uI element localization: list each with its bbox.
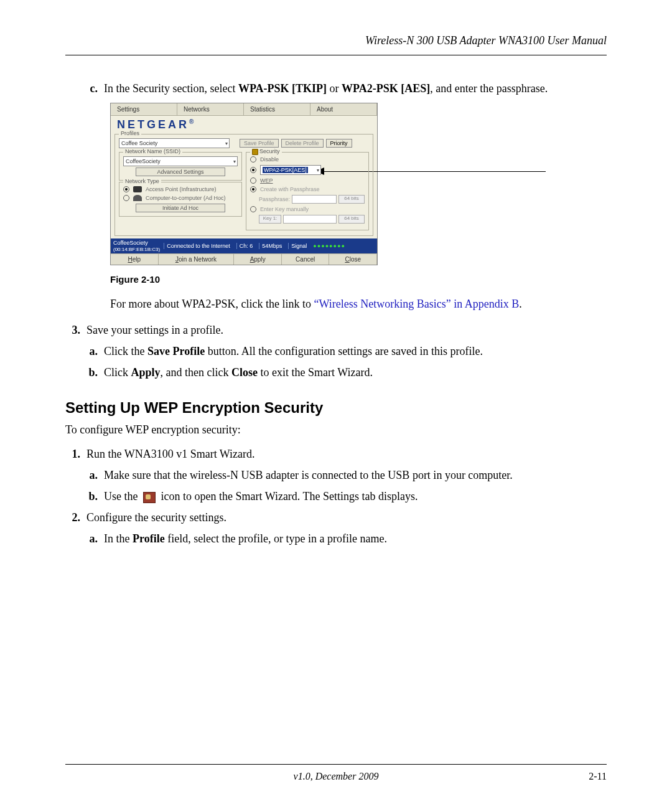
tab-about[interactable]: About [310, 103, 377, 115]
step-3b-body: Click Apply, and then click Close to exi… [104, 364, 607, 380]
ssid-group: Network Name (SSID) CoffeeSociety Advanc… [119, 152, 242, 181]
antenna-icon [133, 186, 142, 192]
profile-term: Profile [133, 532, 165, 545]
wep-intro: To configure WEP encryption security: [65, 422, 607, 438]
status-signal-label: Signal [288, 243, 309, 249]
status-channel: Ch: 6 [236, 243, 256, 249]
status-rate: 54Mbps [259, 243, 284, 249]
wep-step-1b: b. Use the icon to open the Smart Wizard… [80, 488, 607, 504]
marker-w1a: a. [80, 467, 104, 483]
wep-step-1a: a. Make sure that the wireless-N USB ada… [80, 467, 607, 483]
radio-enter-key[interactable]: Enter Key manually [250, 206, 365, 212]
radio-icon [123, 186, 129, 192]
help-button[interactable]: Help [111, 254, 159, 265]
step-c: c. In the Security section, select WPA-P… [80, 80, 607, 97]
radio-icon [250, 206, 256, 212]
key-input[interactable] [283, 215, 337, 224]
marker-w1: 1. [65, 446, 86, 462]
step-c-mid: or [327, 82, 342, 95]
wep-step-2: 2. Configure the security settings. [65, 509, 607, 526]
step-c-pre: In the Security section, select [104, 82, 238, 95]
security-label: Security [250, 148, 282, 155]
wpa-psk-tkip: WPA-PSK [TKIP] [238, 82, 327, 95]
marker-3: 3. [65, 322, 86, 338]
figure-caption: Figure 2-10 [110, 274, 607, 285]
footer-page: 2-11 [569, 771, 607, 782]
marker-w2a: a. [80, 531, 104, 547]
wep-step-1: 1. Run the WNA3100 v1 Smart Wizard. [65, 446, 607, 462]
step-3b: b. Click Apply, and then click Close to … [80, 364, 607, 380]
radio-disable[interactable]: Disable [250, 156, 365, 163]
radio-create-passphrase[interactable]: Create with Passphrase [250, 186, 365, 192]
step-3a-body: Click the Save Profile button. All the c… [104, 343, 607, 359]
marker-w1b: b. [80, 488, 104, 504]
initiate-adhoc-button[interactable]: Initiate Ad Hoc [136, 204, 225, 212]
wep-step-1a-text: Make sure that the wireless-N USB adapte… [104, 467, 607, 483]
appendix-b-link[interactable]: “Wireless Networking Basics” in Appendix… [314, 298, 520, 310]
close-button[interactable]: Close [329, 254, 377, 265]
step-3: 3. Save your settings in a profile. [65, 322, 607, 338]
wep-step-2-text: Configure the security settings. [86, 509, 607, 526]
more-info-pre: For more about WPA2-PSK, click the link … [110, 298, 314, 310]
security-mode-dropdown[interactable]: WPA2-PSK[AES] [260, 165, 321, 175]
apply-button[interactable]: Apply [234, 254, 282, 265]
status-network-name: CoffeeSociety (00:14:BF:EB:1B:C3) [113, 240, 160, 252]
smart-wizard-screenshot: Settings Networks Statistics About NETGE… [110, 103, 378, 265]
footer: v1.0, December 2009 2-11 [65, 764, 607, 782]
profiles-group: Profiles Coffee Society Save Profile Del… [114, 134, 373, 236]
passphrase-bits-select[interactable]: 64 bits [338, 195, 365, 204]
ssid-label: Network Name (SSID) [123, 148, 182, 154]
tab-statistics[interactable]: Statistics [244, 103, 310, 115]
save-profile-button[interactable]: Save Profile [240, 139, 279, 148]
footer-version: v1.0, December 2009 [103, 771, 569, 782]
radio-adhoc[interactable]: Computer-to-computer (Ad Hoc) [123, 195, 238, 201]
network-type-label: Network Type [123, 178, 161, 184]
wpa2-psk-aes: WPA2-PSK [AES] [342, 82, 430, 95]
tab-bar: Settings Networks Statistics About [111, 103, 377, 116]
profile-dropdown[interactable]: Coffee Society [119, 138, 230, 148]
radio-icon [250, 167, 256, 173]
security-group: Security Disable WPA2-PSK[AES] WEP Creat… [246, 152, 369, 230]
marker-c: c. [80, 80, 104, 97]
advanced-settings-button[interactable]: Advanced Settings [136, 168, 225, 176]
wep-step-1-text: Run the WNA3100 v1 Smart Wizard. [86, 446, 607, 462]
key-bits-select[interactable]: 64 bits [338, 215, 365, 224]
footer-rule [65, 764, 607, 765]
network-type-group: Network Type Access Point (Infrastructur… [119, 182, 242, 217]
section-heading-wep: Setting Up WEP Encryption Security [65, 399, 607, 417]
profiles-label: Profiles [119, 130, 141, 136]
radio-wep[interactable]: WEP [250, 177, 365, 184]
computer-icon [133, 195, 142, 201]
wep-step-2a: a. In the Profile field, select the prof… [80, 531, 607, 547]
radio-access-point[interactable]: Access Point (Infrastructure) [123, 186, 238, 192]
status-connection: Connected to the Internet [164, 243, 233, 249]
step-3a: a. Click the Save Profile button. All th… [80, 343, 607, 359]
tab-networks[interactable]: Networks [177, 103, 244, 115]
passphrase-input[interactable] [292, 195, 337, 204]
apply-term: Apply [131, 366, 161, 379]
header: Wireless-N 300 USB Adapter WNA3100 User … [65, 34, 607, 55]
tab-settings[interactable]: Settings [111, 103, 177, 115]
priority-button[interactable]: Priority [326, 139, 352, 148]
bottom-button-bar: Help Join a Network Apply Cancel Close [111, 253, 377, 265]
app-window: Settings Networks Statistics About NETGE… [110, 103, 378, 265]
wpa2-more-info: For more about WPA2-PSK, click the link … [110, 296, 607, 312]
join-network-button[interactable]: Join a Network [159, 254, 235, 265]
radio-icon [250, 177, 256, 184]
content: c. In the Security section, select WPA-P… [65, 80, 607, 547]
header-title: Wireless-N 300 USB Adapter WNA3100 User … [65, 34, 607, 47]
tray-app-icon [143, 492, 156, 503]
status-bar: CoffeeSociety (00:14:BF:EB:1B:C3) Connec… [111, 238, 377, 253]
key-number-select[interactable]: Key 1: [259, 215, 281, 224]
ssid-dropdown[interactable]: CoffeeSociety [123, 156, 238, 166]
save-profile-term: Save Profile [147, 345, 205, 357]
netgear-logo: NETGEAR® [111, 116, 377, 133]
radio-wpa2[interactable]: WPA2-PSK[AES] [250, 165, 365, 175]
marker-3b: b. [80, 364, 104, 380]
step-c-body: In the Security section, select WPA-PSK … [104, 80, 607, 97]
delete-profile-button[interactable]: Delete Profile [281, 139, 324, 148]
page: Wireless-N 300 USB Adapter WNA3100 User … [0, 0, 672, 807]
more-info-post: . [519, 298, 522, 310]
signal-bars-icon: ●●●●●●●● [313, 243, 345, 249]
cancel-button[interactable]: Cancel [282, 254, 330, 265]
